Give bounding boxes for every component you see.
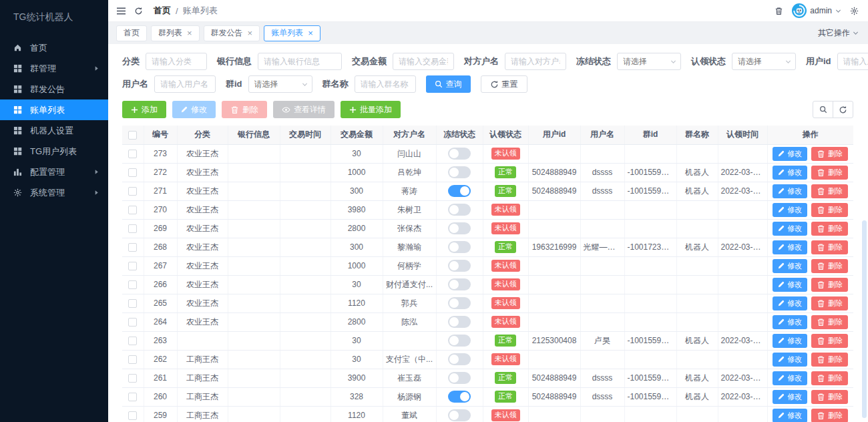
row-edit-button[interactable]: 修改 bbox=[773, 147, 807, 161]
row-edit-button[interactable]: 修改 bbox=[773, 278, 807, 292]
tab-announcement[interactable]: 群发公告× bbox=[204, 25, 260, 41]
sidebar-item-announcement[interactable]: 群发公告 bbox=[0, 79, 108, 99]
refresh-icon[interactable] bbox=[134, 7, 143, 15]
row-edit-button[interactable]: 修改 bbox=[773, 334, 807, 348]
frozen-toggle[interactable] bbox=[448, 297, 471, 309]
user-id-input[interactable] bbox=[837, 53, 868, 70]
tab-bill-list[interactable]: 账单列表× bbox=[264, 25, 320, 41]
row-checkbox[interactable] bbox=[128, 374, 137, 383]
row-checkbox[interactable] bbox=[128, 262, 137, 270]
sidebar-item-group-manage[interactable]: 群管理 bbox=[0, 58, 108, 79]
row-checkbox[interactable] bbox=[128, 393, 137, 401]
row-edit-button[interactable]: 修改 bbox=[773, 259, 807, 273]
frozen-toggle[interactable] bbox=[448, 204, 471, 216]
edit-button[interactable]: 修改 bbox=[172, 101, 216, 118]
row-edit-button[interactable]: 修改 bbox=[773, 315, 807, 329]
row-delete-button[interactable]: 删除 bbox=[811, 315, 848, 329]
refresh-icon-button[interactable] bbox=[833, 101, 853, 118]
row-edit-button[interactable]: 修改 bbox=[773, 371, 807, 385]
row-checkbox[interactable] bbox=[128, 280, 137, 289]
tab-home[interactable]: 首页 bbox=[116, 25, 147, 41]
group-name-input[interactable] bbox=[355, 75, 416, 93]
reset-button[interactable]: 重置 bbox=[481, 75, 527, 93]
scrollbar-thumb[interactable] bbox=[862, 220, 867, 418]
frozen-toggle[interactable] bbox=[448, 241, 471, 253]
row-delete-button[interactable]: 删除 bbox=[811, 259, 848, 273]
tab-close-icon[interactable]: × bbox=[187, 29, 192, 37]
frozen-toggle[interactable] bbox=[448, 372, 471, 384]
frozen-state-select[interactable] bbox=[617, 53, 681, 70]
row-edit-button[interactable]: 修改 bbox=[773, 203, 807, 217]
amount-input[interactable] bbox=[393, 53, 454, 70]
row-checkbox[interactable] bbox=[128, 299, 137, 308]
frozen-toggle[interactable] bbox=[448, 166, 471, 178]
row-edit-button[interactable]: 修改 bbox=[773, 166, 807, 180]
tab-group-list[interactable]: 群列表× bbox=[151, 25, 200, 41]
row-checkbox[interactable] bbox=[128, 168, 137, 177]
row-checkbox[interactable] bbox=[128, 337, 137, 345]
search-button[interactable]: 查询 bbox=[426, 75, 471, 93]
row-checkbox[interactable] bbox=[128, 206, 137, 214]
row-edit-button[interactable]: 修改 bbox=[773, 184, 807, 198]
sidebar-item-config-manage[interactable]: 配置管理 bbox=[0, 162, 108, 182]
row-delete-button[interactable]: 删除 bbox=[811, 296, 848, 310]
hamburger-menu-icon[interactable] bbox=[116, 7, 126, 15]
category-input[interactable] bbox=[146, 53, 207, 70]
frozen-toggle[interactable] bbox=[448, 391, 471, 403]
batch-add-button[interactable]: 批量添加 bbox=[341, 101, 401, 118]
row-edit-button[interactable]: 修改 bbox=[773, 296, 807, 310]
frozen-toggle[interactable] bbox=[448, 148, 471, 160]
row-delete-button[interactable]: 删除 bbox=[811, 371, 848, 385]
delete-button[interactable]: 删除 bbox=[222, 101, 267, 118]
row-delete-button[interactable]: 删除 bbox=[811, 166, 848, 180]
frozen-toggle[interactable] bbox=[448, 316, 471, 328]
view-detail-button[interactable]: 查看详情 bbox=[273, 101, 335, 118]
frozen-toggle[interactable] bbox=[448, 335, 471, 347]
row-delete-button[interactable]: 删除 bbox=[811, 334, 848, 348]
frozen-toggle[interactable] bbox=[448, 278, 471, 290]
gear-icon[interactable] bbox=[850, 7, 859, 15]
row-checkbox[interactable] bbox=[128, 355, 137, 364]
sidebar-item-tg-user-list[interactable]: TG用户列表 bbox=[0, 141, 108, 162]
trash-icon[interactable] bbox=[775, 7, 783, 15]
row-delete-button[interactable]: 删除 bbox=[811, 222, 848, 236]
row-delete-button[interactable]: 删除 bbox=[811, 278, 848, 292]
row-edit-button[interactable]: 修改 bbox=[773, 240, 807, 254]
row-checkbox[interactable] bbox=[128, 150, 137, 158]
counterparty-input[interactable] bbox=[505, 53, 566, 70]
sidebar-item-robot-settings[interactable]: 机器人设置 bbox=[0, 120, 108, 141]
claim-state-select[interactable] bbox=[732, 53, 796, 70]
frozen-toggle[interactable] bbox=[448, 185, 471, 197]
search-icon-button[interactable] bbox=[813, 101, 833, 118]
row-checkbox[interactable] bbox=[128, 318, 137, 327]
sidebar-item-system-manage[interactable]: 系统管理 bbox=[0, 182, 108, 203]
row-delete-button[interactable]: 删除 bbox=[811, 353, 848, 367]
row-delete-button[interactable]: 删除 bbox=[811, 390, 848, 404]
row-edit-button[interactable]: 修改 bbox=[773, 409, 807, 422]
more-actions-dropdown[interactable]: 其它操作 bbox=[818, 27, 859, 39]
frozen-toggle[interactable] bbox=[448, 222, 471, 234]
tab-close-icon[interactable]: × bbox=[308, 29, 313, 37]
row-delete-button[interactable]: 删除 bbox=[811, 203, 848, 217]
tab-close-icon[interactable]: × bbox=[248, 29, 253, 37]
username-input[interactable] bbox=[154, 75, 216, 93]
breadcrumb-home[interactable]: 首页 bbox=[154, 5, 171, 17]
group-id-select[interactable] bbox=[248, 75, 312, 93]
select-all-checkbox[interactable] bbox=[128, 131, 137, 140]
row-delete-button[interactable]: 删除 bbox=[811, 409, 848, 422]
bank-info-input[interactable] bbox=[258, 53, 342, 70]
row-edit-button[interactable]: 修改 bbox=[773, 390, 807, 404]
frozen-toggle[interactable] bbox=[448, 409, 471, 421]
frozen-toggle[interactable] bbox=[448, 353, 471, 365]
row-delete-button[interactable]: 删除 bbox=[811, 147, 848, 161]
row-checkbox[interactable] bbox=[128, 224, 137, 233]
user-menu[interactable]: admin bbox=[792, 3, 841, 18]
frozen-toggle[interactable] bbox=[448, 260, 471, 272]
row-delete-button[interactable]: 删除 bbox=[811, 184, 848, 198]
row-checkbox[interactable] bbox=[128, 243, 137, 252]
row-checkbox[interactable] bbox=[128, 187, 137, 196]
add-button[interactable]: 添加 bbox=[122, 101, 166, 118]
row-delete-button[interactable]: 删除 bbox=[811, 240, 848, 254]
sidebar-item-home[interactable]: 首页 bbox=[0, 37, 108, 58]
row-checkbox[interactable] bbox=[128, 411, 137, 420]
